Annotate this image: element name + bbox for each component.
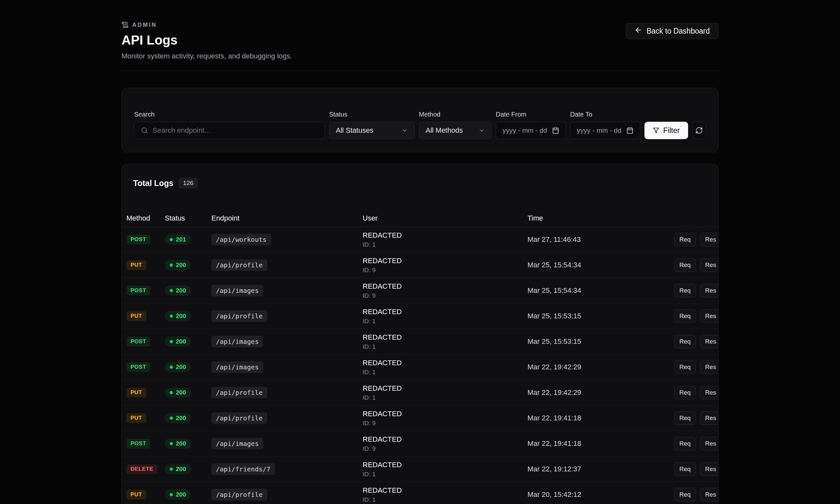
status-dot-icon [170, 264, 173, 267]
time-cell: Mar 25, 15:54:34 [528, 286, 674, 295]
status-badge: 200 [165, 311, 191, 321]
method-badge: POST [126, 362, 150, 372]
user-cell: REDACTED ID: 1 [363, 384, 528, 401]
status-select-value: All Statuses [336, 126, 373, 134]
table-row: DELETE 200 /api/friends/7 REDACTED ID: 1… [122, 456, 718, 482]
table-row: PUT 200 /api/profile REDACTED ID: 1 Mar … [122, 380, 718, 406]
user-id: ID: 9 [363, 292, 528, 299]
logs-card: Total Logs 126 Method Status Endpoint Us… [121, 164, 719, 504]
row-actions: Req Res [674, 488, 719, 501]
total-logs-label: Total Logs [133, 179, 174, 188]
method-badge: PUT [126, 260, 147, 270]
request-button[interactable]: Req [674, 437, 696, 450]
endpoint-chip: /api/profile [211, 489, 267, 501]
response-button[interactable]: Res [700, 335, 719, 348]
status-dot-icon [170, 314, 173, 318]
status-badge: 200 [165, 362, 191, 372]
response-button[interactable]: Res [700, 488, 719, 501]
response-button[interactable]: Res [700, 437, 719, 450]
status-dot-icon [170, 391, 173, 394]
status-label: Status [329, 111, 415, 118]
user-id: ID: 9 [363, 420, 528, 427]
response-button[interactable]: Res [700, 284, 719, 298]
back-to-dashboard-button[interactable]: Back to Dashboard [626, 23, 719, 39]
request-button[interactable]: Req [674, 233, 696, 246]
response-button[interactable]: Res [700, 309, 719, 323]
request-button[interactable]: Req [674, 258, 696, 272]
column-header-endpoint: Endpoint [211, 214, 363, 222]
total-logs-count-badge: 126 [179, 178, 198, 188]
date-to-value: yyyy - mm - dd [577, 127, 621, 134]
row-actions: Req Res [674, 386, 719, 399]
endpoint-chip: /api/images [211, 336, 263, 347]
status-code: 200 [176, 262, 186, 269]
time-cell: Mar 25, 15:54:34 [528, 261, 674, 269]
method-select[interactable]: All Methods [419, 122, 492, 139]
date-from-input[interactable]: yyyy - mm - dd [496, 122, 566, 139]
status-code: 200 [176, 338, 186, 345]
page-container: ADMIN API Logs Monitor system activity, … [121, 0, 719, 504]
refresh-icon [695, 127, 703, 134]
request-button[interactable]: Req [674, 309, 696, 323]
search-input-box [134, 122, 325, 139]
user-cell: REDACTED ID: 1 [363, 486, 528, 503]
user-cell: REDACTED ID: 9 [363, 410, 528, 427]
logs-table-body: POST 201 /api/workouts REDACTED ID: 1 Ma… [122, 227, 718, 504]
date-to-input[interactable]: yyyy - mm - dd [570, 122, 640, 139]
status-badge: 200 [165, 489, 191, 500]
status-select[interactable]: All Statuses [329, 122, 415, 139]
status-badge: 200 [165, 413, 191, 423]
row-actions: Req Res [674, 284, 719, 298]
table-row: PUT 200 /api/profile REDACTED ID: 9 Mar … [122, 406, 718, 431]
method-badge: PUT [126, 388, 147, 397]
user-name: REDACTED [363, 410, 528, 418]
response-button[interactable]: Res [700, 386, 719, 399]
status-dot-icon [170, 289, 173, 292]
method-badge: POST [126, 337, 150, 346]
response-button[interactable]: Res [700, 462, 719, 476]
table-row: POST 200 /api/images REDACTED ID: 1 Mar … [122, 329, 718, 355]
request-button[interactable]: Req [674, 386, 696, 399]
time-cell: Mar 25, 15:53:15 [528, 312, 674, 320]
user-id: ID: 1 [363, 343, 528, 350]
response-button[interactable]: Res [700, 360, 719, 374]
response-button[interactable]: Res [700, 258, 719, 272]
date-to-field-group: Date To yyyy - mm - dd [570, 111, 640, 139]
method-badge: PUT [126, 311, 147, 321]
response-button[interactable]: Res [700, 411, 719, 425]
user-id: ID: 9 [363, 445, 528, 452]
request-button[interactable]: Req [674, 411, 696, 425]
user-cell: REDACTED ID: 1 [363, 461, 528, 478]
page-subtitle: Monitor system activity, requests, and d… [121, 52, 719, 60]
refresh-button[interactable] [692, 122, 706, 139]
request-button[interactable]: Req [674, 462, 696, 476]
status-code: 200 [176, 312, 186, 320]
row-actions: Req Res [674, 233, 719, 246]
status-badge: 200 [165, 285, 191, 296]
request-button[interactable]: Req [674, 360, 696, 374]
row-actions: Req Res [674, 335, 719, 348]
user-name: REDACTED [363, 359, 528, 367]
endpoint-chip: /api/images [211, 438, 263, 449]
logs-title-row: Total Logs 126 [122, 178, 718, 188]
user-name: REDACTED [363, 461, 528, 469]
request-button[interactable]: Req [674, 488, 696, 501]
status-field-group: Status All Statuses [329, 111, 415, 139]
endpoint-chip: /api/profile [211, 310, 267, 322]
response-button[interactable]: Res [700, 233, 719, 246]
logs-icon [121, 21, 128, 29]
method-field-group: Method All Methods [419, 111, 492, 139]
user-name: REDACTED [363, 308, 528, 316]
search-label: Search [134, 111, 325, 118]
status-dot-icon [170, 468, 173, 471]
funnel-icon [653, 127, 659, 134]
request-button[interactable]: Req [674, 284, 696, 298]
search-input[interactable] [153, 126, 318, 134]
filter-button[interactable]: Filter [645, 122, 688, 139]
table-row: PUT 200 /api/profile REDACTED ID: 1 Mar … [122, 304, 718, 329]
status-code: 200 [176, 389, 186, 396]
chevron-down-icon [401, 127, 408, 134]
request-button[interactable]: Req [674, 335, 696, 348]
search-icon [141, 127, 148, 134]
endpoint-chip: /api/workouts [211, 234, 271, 246]
